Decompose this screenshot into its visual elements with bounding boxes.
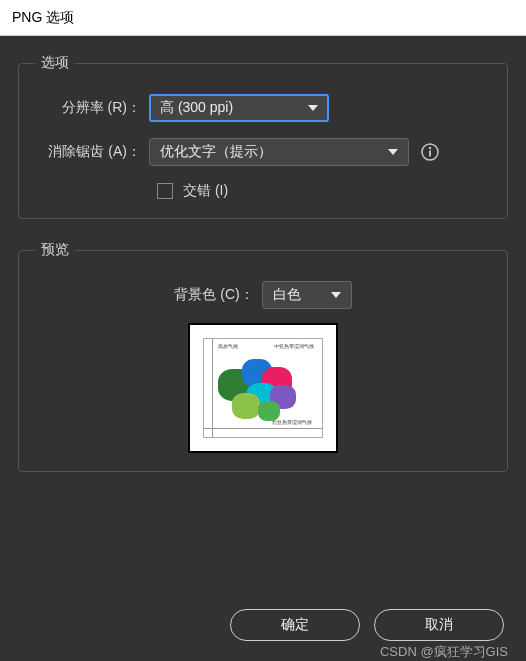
interlace-row: 交错 (I) [157, 182, 487, 200]
options-group: 选项 分辨率 (R)： 高 (300 ppi) 消除锯齿 (A)： 优化文字（提… [18, 54, 508, 219]
bgcolor-value: 白色 [273, 286, 301, 304]
antialias-label: 消除锯齿 (A)： [39, 143, 149, 161]
dialog-title: PNG 选项 [12, 9, 74, 27]
watermark: CSDN @疯狂学习GIS [380, 643, 508, 661]
antialias-row: 消除锯齿 (A)： 优化文字（提示） [39, 138, 487, 166]
resolution-value: 高 (300 ppi) [160, 99, 233, 117]
button-row: 确定 取消 [18, 603, 508, 643]
preview-group: 预览 背景色 (C)： 白色 [18, 241, 508, 472]
resolution-row: 分辨率 (R)： 高 (300 ppi) [39, 94, 487, 122]
cancel-button[interactable]: 取消 [374, 609, 504, 641]
resolution-select[interactable]: 高 (300 ppi) [149, 94, 329, 122]
options-legend: 选项 [35, 54, 75, 72]
interlace-checkbox[interactable] [157, 183, 173, 199]
preview-legend: 预览 [35, 241, 75, 259]
dialog-body: 选项 分辨率 (R)： 高 (300 ppi) 消除锯齿 (A)： 优化文字（提… [0, 36, 526, 661]
titlebar: PNG 选项 [0, 0, 526, 36]
svg-point-1 [429, 147, 431, 149]
antialias-select[interactable]: 优化文字（提示） [149, 138, 409, 166]
info-icon[interactable] [419, 141, 441, 163]
bgcolor-select[interactable]: 白色 [262, 281, 352, 309]
chevron-down-icon [388, 149, 398, 155]
chevron-down-icon [308, 105, 318, 111]
interlace-label: 交错 (I) [183, 182, 228, 200]
svg-rect-2 [429, 151, 431, 157]
resolution-label: 分辨率 (R)： [39, 99, 149, 117]
bgcolor-row: 背景色 (C)： 白色 [39, 281, 487, 309]
bgcolor-label: 背景色 (C)： [174, 286, 261, 304]
preview-image: 高原气候 中亚热带湿润气候 北亚热带湿润气候 [203, 338, 323, 438]
chevron-down-icon [331, 292, 341, 298]
antialias-value: 优化文字（提示） [160, 143, 272, 161]
ok-button[interactable]: 确定 [230, 609, 360, 641]
preview-thumbnail: 高原气候 中亚热带湿润气候 北亚热带湿润气候 [188, 323, 338, 453]
